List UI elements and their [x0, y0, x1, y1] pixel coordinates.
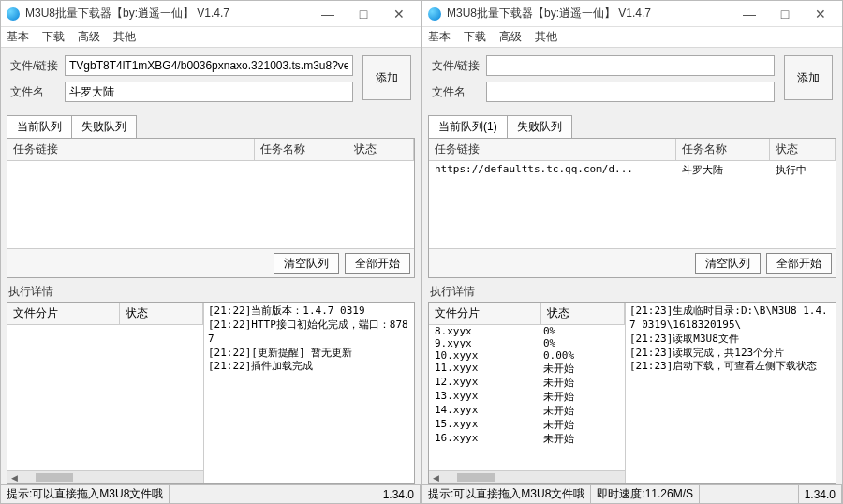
- titlebar: M3U8批量下载器【by:逍遥一仙】 V1.4.7 — □ ✕: [1, 1, 421, 27]
- queue-body: [7, 161, 414, 248]
- titlebar: M3U8批量下载器【by:逍遥一仙】 V1.4.7 — □ ✕: [422, 1, 842, 27]
- menu-other[interactable]: 其他: [535, 29, 557, 45]
- window-title: M3U8批量下载器【by:逍遥一仙】 V1.4.7: [447, 6, 732, 22]
- list-item[interactable]: 9.xyyx0%: [429, 337, 625, 349]
- start-all-button[interactable]: 全部开始: [345, 253, 410, 274]
- menu-download[interactable]: 下载: [42, 29, 65, 45]
- col-link[interactable]: 任务链接: [429, 139, 676, 160]
- col-state[interactable]: 状态: [770, 139, 836, 160]
- tab-current[interactable]: 当前队列(1): [428, 115, 508, 138]
- add-button[interactable]: 添加: [784, 55, 833, 100]
- menu-download[interactable]: 下载: [464, 29, 486, 45]
- scrollbar-h[interactable]: ◀: [429, 470, 625, 483]
- add-button[interactable]: 添加: [362, 55, 411, 100]
- queue-header: 任务链接 任务名称 状态: [7, 139, 414, 161]
- status-tip: 提示:可以直接拖入M3U8文件哦: [422, 485, 591, 503]
- status-version: 1.34.0: [799, 485, 842, 503]
- tabs: 当前队列(1) 失败队列: [422, 115, 842, 138]
- statusbar: 提示:可以直接拖入M3U8文件哦 1.34.0: [1, 484, 421, 503]
- maximize-button[interactable]: □: [767, 3, 803, 25]
- queue-body: https://defaultts.tc.qq.com/d...斗罗大陆执行中: [429, 161, 836, 248]
- name-label: 文件名: [432, 84, 486, 100]
- menu-basic[interactable]: 基本: [428, 29, 451, 45]
- detail-box: 文件分片 状态 ◀ [21:22]当前版本：1.4.7 0319 [21:22]…: [7, 302, 415, 484]
- status-speed: 即时速度:11.26M/S: [591, 485, 700, 503]
- right-window: M3U8批量下载器【by:逍遥一仙】 V1.4.7 — □ ✕ 基本 下载 高级…: [422, 0, 843, 504]
- scroll-left-icon[interactable]: ◀: [7, 472, 21, 483]
- log-panel: [21:22]当前版本：1.4.7 0319 [21:22]HTTP接口初始化完…: [204, 303, 414, 483]
- list-item[interactable]: 8.xyyx0%: [429, 325, 625, 337]
- col-name[interactable]: 任务名称: [676, 139, 770, 160]
- menubar: 基本 下载 高级 其他: [422, 27, 842, 48]
- list-item[interactable]: 11.xyyx未开始: [429, 362, 625, 376]
- scroll-thumb[interactable]: [457, 473, 495, 482]
- table-row[interactable]: https://defaultts.tc.qq.com/d...斗罗大陆执行中: [429, 161, 836, 179]
- status-version: 1.34.0: [377, 485, 421, 503]
- minimize-button[interactable]: —: [310, 3, 346, 25]
- close-button[interactable]: ✕: [381, 3, 417, 25]
- tab-current[interactable]: 当前队列: [7, 115, 72, 138]
- url-label: 文件/链接: [10, 58, 65, 74]
- menu-advanced[interactable]: 高级: [78, 29, 100, 45]
- menubar: 基本 下载 高级 其他: [1, 27, 421, 48]
- col-frag-state[interactable]: 状态: [120, 303, 203, 324]
- list-item[interactable]: 13.xyyx未开始: [429, 390, 625, 404]
- status-spacer: [700, 485, 799, 503]
- queue-box: 任务链接 任务名称 状态 清空队列 全部开始: [7, 138, 415, 278]
- name-input[interactable]: [486, 82, 775, 102]
- detail-body: 8.xyyx0%9.xyyx0%10.xyyx0.00%11.xyyx未开始12…: [429, 325, 625, 470]
- log-panel: [21:23]生成临时目录:D:\B\M3U8 1.4.7 0319\16183…: [626, 303, 836, 483]
- detail-label: 执行详情: [8, 284, 413, 300]
- close-button[interactable]: ✕: [803, 3, 838, 25]
- clear-queue-button[interactable]: 清空队列: [274, 253, 339, 274]
- menu-advanced[interactable]: 高级: [499, 29, 522, 45]
- form-area: 文件/链接 文件名 添加: [1, 48, 421, 111]
- window-title: M3U8批量下载器【by:逍遥一仙】 V1.4.7: [25, 6, 310, 22]
- queue-footer: 清空队列 全部开始: [429, 248, 836, 277]
- detail-left: 文件分片 状态 8.xyyx0%9.xyyx0%10.xyyx0.00%11.x…: [429, 303, 626, 483]
- status-speed: [170, 485, 377, 503]
- maximize-button[interactable]: □: [346, 3, 381, 25]
- col-frag[interactable]: 文件分片: [7, 303, 120, 324]
- scroll-left-icon[interactable]: ◀: [429, 472, 442, 483]
- form-area: 文件/链接 文件名 添加: [422, 48, 842, 111]
- list-item[interactable]: 14.xyyx未开始: [429, 404, 625, 418]
- start-all-button[interactable]: 全部开始: [766, 253, 832, 274]
- clear-queue-button[interactable]: 清空队列: [695, 253, 761, 274]
- tabs: 当前队列 失败队列: [1, 115, 421, 138]
- detail-left: 文件分片 状态 ◀: [7, 303, 204, 483]
- col-link[interactable]: 任务链接: [7, 139, 255, 160]
- url-input[interactable]: [65, 55, 353, 76]
- list-item[interactable]: 15.xyyx未开始: [429, 418, 625, 432]
- statusbar: 提示:可以直接拖入M3U8文件哦 即时速度:11.26M/S 1.34.0: [422, 484, 842, 503]
- minimize-button[interactable]: —: [732, 3, 767, 25]
- queue-box: 任务链接 任务名称 状态 https://defaultts.tc.qq.com…: [428, 138, 836, 278]
- list-item[interactable]: 10.xyyx0.00%: [429, 349, 625, 362]
- scroll-thumb[interactable]: [36, 473, 73, 482]
- url-input[interactable]: [486, 55, 775, 76]
- app-icon: [428, 7, 441, 21]
- status-tip: 提示:可以直接拖入M3U8文件哦: [1, 485, 170, 503]
- col-frag[interactable]: 文件分片: [429, 303, 541, 324]
- col-name[interactable]: 任务名称: [255, 139, 348, 160]
- app-icon: [7, 7, 20, 21]
- menu-other[interactable]: 其他: [113, 29, 136, 45]
- name-label: 文件名: [10, 84, 65, 100]
- tab-failed[interactable]: 失败队列: [507, 115, 572, 138]
- scrollbar-h[interactable]: ◀: [7, 470, 203, 483]
- col-frag-state[interactable]: 状态: [541, 303, 625, 324]
- detail-body: [7, 325, 203, 470]
- menu-basic[interactable]: 基本: [7, 29, 29, 45]
- detail-header: 文件分片 状态: [429, 303, 625, 325]
- name-input[interactable]: [65, 82, 353, 102]
- url-label: 文件/链接: [432, 58, 486, 74]
- list-item[interactable]: 12.xyyx未开始: [429, 376, 625, 390]
- tab-failed[interactable]: 失败队列: [71, 115, 137, 138]
- queue-header: 任务链接 任务名称 状态: [429, 139, 836, 161]
- col-state[interactable]: 状态: [348, 139, 414, 160]
- detail-label: 执行详情: [430, 284, 835, 300]
- list-item[interactable]: 16.xyyx未开始: [429, 432, 625, 446]
- detail-header: 文件分片 状态: [7, 303, 203, 325]
- detail-box: 文件分片 状态 8.xyyx0%9.xyyx0%10.xyyx0.00%11.x…: [428, 302, 836, 484]
- queue-footer: 清空队列 全部开始: [7, 248, 414, 277]
